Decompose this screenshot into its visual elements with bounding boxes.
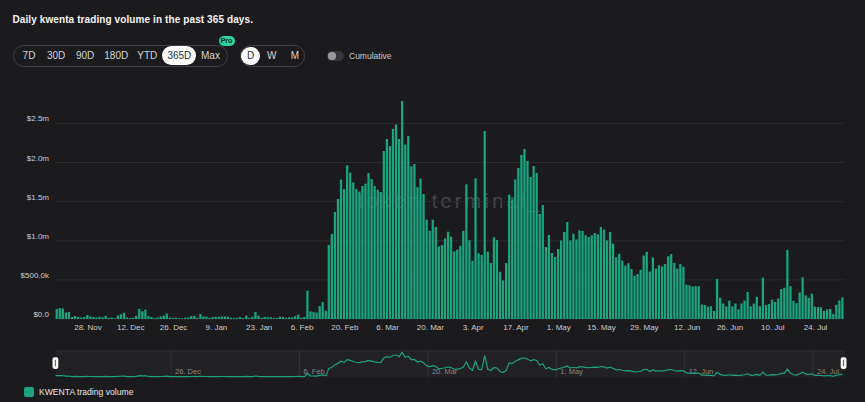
svg-text:1. May: 1. May xyxy=(547,323,571,332)
svg-text:28. Nov: 28. Nov xyxy=(74,323,102,332)
svg-text:24. Jul: 24. Jul xyxy=(804,323,828,332)
svg-text:6. Mar: 6. Mar xyxy=(376,323,399,332)
svg-text:$500.0k: $500.0k xyxy=(21,271,50,280)
svg-text:29. May: 29. May xyxy=(630,323,658,332)
svg-text:26. Jun: 26. Jun xyxy=(717,323,743,332)
svg-text:3. Apr: 3. Apr xyxy=(463,323,484,332)
svg-text:26. Dec: 26. Dec xyxy=(160,323,188,332)
svg-text:20. Feb: 20. Feb xyxy=(331,323,359,332)
svg-text:$2.5m: $2.5m xyxy=(27,114,50,123)
svg-text:$1.5m: $1.5m xyxy=(27,193,50,202)
svg-text:$1.0m: $1.0m xyxy=(27,232,50,241)
svg-text:24. Jul: 24. Jul xyxy=(817,367,839,376)
svg-text:6. Feb: 6. Feb xyxy=(291,323,314,332)
svg-text:$2.0m: $2.0m xyxy=(27,154,50,163)
svg-text:12. Jun: 12. Jun xyxy=(674,323,700,332)
svg-text:12. Dec: 12. Dec xyxy=(117,323,145,332)
svg-text:20. Mar: 20. Mar xyxy=(417,323,444,332)
svg-text:10. Jul: 10. Jul xyxy=(761,323,785,332)
svg-text:15. May: 15. May xyxy=(587,323,615,332)
svg-text:$0.0: $0.0 xyxy=(33,310,49,319)
svg-text:23. Jan: 23. Jan xyxy=(246,323,272,332)
svg-text:9. Jan: 9. Jan xyxy=(206,323,228,332)
svg-text:17. Apr: 17. Apr xyxy=(503,323,529,332)
svg-text:26. Dec: 26. Dec xyxy=(175,367,201,376)
